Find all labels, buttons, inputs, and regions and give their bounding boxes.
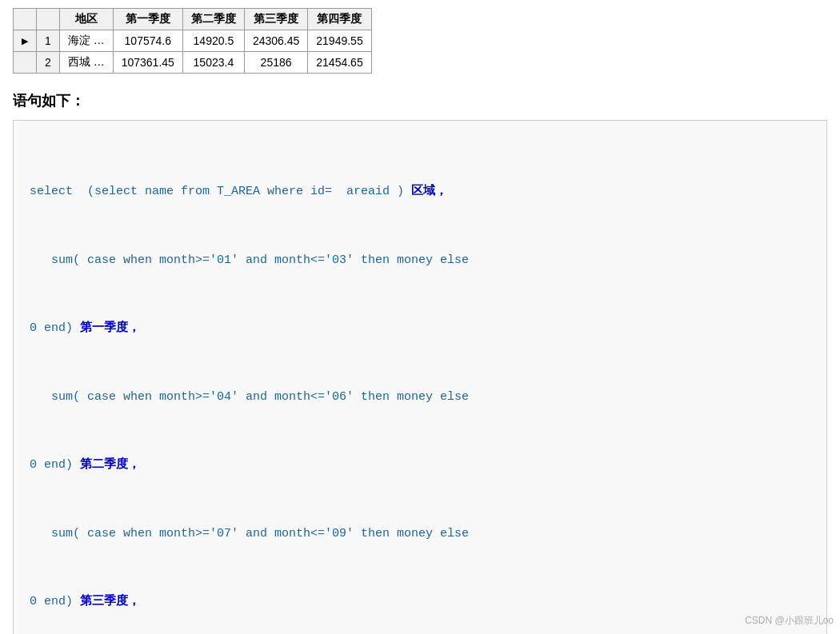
code-line-7: 0 end) 第三季度，	[30, 591, 810, 614]
col-header-q2: 第二季度	[182, 9, 244, 30]
code-text-3a: 0 end)	[30, 321, 80, 335]
code-text-7b: 第三季度，	[80, 595, 140, 608]
data-table-wrapper: 地区 第一季度 第二季度 第三季度 第四季度 ▶ 1 海淀 … 107574.6…	[13, 8, 372, 74]
code-text-5a: 0 end)	[30, 458, 80, 472]
watermark: CSDN @小跟班儿oo	[745, 614, 834, 628]
code-line-5: 0 end) 第二季度，	[30, 454, 810, 477]
row-arrow-1: ▶	[14, 30, 37, 52]
code-text-5b: 第二季度，	[80, 458, 140, 472]
row-q1-2: 107361.45	[113, 52, 182, 74]
row-q1-1: 107574.6	[113, 30, 182, 52]
code-line-4: sum( case when month>='04' and month<='0…	[30, 386, 810, 409]
code-text-7a: 0 end)	[30, 595, 80, 608]
row-q2-1: 14920.5	[182, 30, 244, 52]
code-line-3: 0 end) 第一季度，	[30, 317, 810, 341]
code-text-1b: 区域，	[411, 185, 447, 198]
code-line-1: select (select name from T_AREA where id…	[30, 181, 810, 204]
row-q4-2: 21454.65	[308, 52, 371, 74]
col-header-area: 地区	[59, 9, 113, 30]
row-arrow-2	[14, 52, 37, 74]
col-header-q4: 第四季度	[308, 9, 371, 30]
row-q3-2: 25186	[244, 52, 307, 74]
code-text-3b: 第一季度，	[80, 321, 140, 335]
col-header-q3: 第三季度	[244, 9, 307, 30]
row-num-2: 2	[37, 52, 60, 74]
row-q3-1: 24306.45	[244, 30, 307, 52]
code-line-2: sum( case when month>='01' and month<='0…	[30, 249, 810, 273]
col-header-empty2	[37, 9, 60, 30]
table-row: ▶ 1 海淀 … 107574.6 14920.5 24306.45 21949…	[14, 30, 372, 52]
row-area-1: 海淀 …	[59, 30, 113, 52]
row-q2-2: 15023.4	[182, 52, 244, 74]
sql-code-block: select (select name from T_AREA where id…	[13, 120, 827, 634]
col-header-q1: 第一季度	[113, 9, 182, 30]
row-q4-1: 21949.55	[308, 30, 371, 52]
col-header-empty1	[14, 9, 37, 30]
row-area-2: 西城 …	[59, 52, 113, 74]
code-line-6: sum( case when month>='07' and month<='0…	[30, 523, 810, 546]
section-heading: 语句如下：	[13, 91, 827, 110]
result-table: 地区 第一季度 第二季度 第三季度 第四季度 ▶ 1 海淀 … 107574.6…	[13, 8, 372, 74]
code-text-1a: select (select name from T_AREA where id…	[30, 185, 411, 198]
row-num-1: 1	[37, 30, 60, 52]
table-row: 2 西城 … 107361.45 15023.4 25186 21454.65	[14, 52, 372, 74]
